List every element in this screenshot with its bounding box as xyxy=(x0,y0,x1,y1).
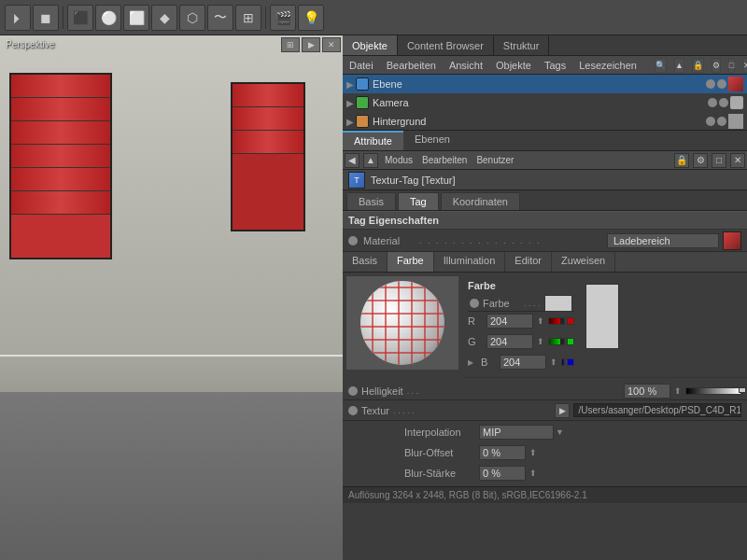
channel-b-value[interactable]: 204 xyxy=(500,355,546,370)
farbe-tab-basis[interactable]: Basis xyxy=(343,252,388,272)
hintergrund-dot-vis[interactable] xyxy=(706,117,715,126)
obj-settings-btn[interactable]: ⚙ xyxy=(712,58,721,73)
obj-expand-btn[interactable]: □ xyxy=(728,58,735,73)
channel-b-prefix: ▶ xyxy=(468,358,481,367)
blur-staerke-value[interactable]: 0 % xyxy=(479,466,526,481)
channel-r-value[interactable]: 204 xyxy=(486,314,533,329)
hell-arrow[interactable]: ⬆ xyxy=(674,386,682,396)
menu-datei[interactable]: Datei xyxy=(346,59,376,72)
farbe-header: Farbe xyxy=(468,280,574,291)
viewport[interactable]: Perspektive ⊞ ▶ ✕ xyxy=(0,35,343,560)
channel-g-arrow[interactable]: ⬆ xyxy=(537,337,544,346)
attr-panel: ◀ ▲ Modus Bearbeiten Benutzer 🔒 ⚙ □ ✕ T … xyxy=(343,151,747,560)
menu-ansicht[interactable]: Ansicht xyxy=(446,59,486,72)
tab-attribut[interactable]: Attribute xyxy=(343,131,403,150)
farbe-tab-illumination[interactable]: Illumination xyxy=(434,252,506,272)
hell-dots: . . . xyxy=(407,386,620,396)
textur-arrow-btn[interactable]: ▶ xyxy=(555,403,570,418)
channel-b-arrow-left[interactable]: ▶ xyxy=(468,358,473,367)
farbe-prop-dots: . . . . xyxy=(524,299,541,308)
material-value[interactable]: Ladebereich xyxy=(607,233,719,248)
vp-btn-2[interactable]: ▶ xyxy=(302,37,320,52)
channel-b-arrow[interactable]: ⬆ xyxy=(550,357,557,367)
blur-staerke-arrow[interactable]: ⬆ xyxy=(529,469,537,478)
tab-objekte[interactable]: Objekte xyxy=(343,35,398,55)
toolbar-icon-camera[interactable]: 🎬 xyxy=(270,5,296,31)
channel-b-row: ▶ B 204 ⬆ xyxy=(468,353,574,371)
channel-r-arrow[interactable]: ⬆ xyxy=(537,316,544,326)
toolbar-icon-stop[interactable]: ◼ xyxy=(33,5,59,31)
status-bar: Auflösung 3264 x 2448, RGB (8 Bit), sRGB… xyxy=(343,486,747,503)
toolbar-icon-spline[interactable]: 〜 xyxy=(207,5,233,31)
garage-floor xyxy=(0,392,343,560)
hintergrund-dot-render[interactable] xyxy=(717,117,726,126)
ebene-dot-vis[interactable] xyxy=(706,79,715,89)
attr-fwd-btn[interactable]: ▲ xyxy=(363,153,378,168)
material-label: Material xyxy=(363,235,419,246)
farbe-tab-farbe[interactable]: Farbe xyxy=(388,252,434,272)
channel-b-fill xyxy=(562,359,563,365)
toolbar-icon-light[interactable]: 💡 xyxy=(298,5,324,31)
hintergrund-icon xyxy=(356,115,369,128)
channel-g-value[interactable]: 204 xyxy=(486,334,533,349)
obj-close-btn[interactable]: ✕ xyxy=(742,58,747,73)
sub-tab-tag[interactable]: Tag xyxy=(398,192,439,210)
obj-row-hintergrund[interactable]: ▶ Hintergrund xyxy=(343,112,747,131)
toolbar-icon-sphere[interactable]: ⚪ xyxy=(95,5,121,31)
vp-btn-3[interactable]: ✕ xyxy=(322,37,341,52)
garage-door-right xyxy=(231,82,305,231)
viewport-toolbar: ⊞ ▶ ✕ xyxy=(281,37,341,52)
door-panel-5 xyxy=(11,168,110,191)
attr-close-btn[interactable]: ✕ xyxy=(730,153,745,168)
farbe-tabs: Basis Farbe Illumination Editor Zuweisen xyxy=(343,252,747,273)
obj-search-btn[interactable]: 🔍 xyxy=(655,58,667,73)
kamera-dot-render[interactable] xyxy=(719,98,728,107)
toolbar-icon-nurbs[interactable]: ⬡ xyxy=(179,5,205,31)
hell-value[interactable]: 100 % xyxy=(624,384,670,399)
farbe-color-swatch-tall[interactable] xyxy=(585,284,619,349)
interpolation-select[interactable]: MIP xyxy=(479,425,554,440)
obj-up-btn[interactable]: ▲ xyxy=(674,58,684,73)
ebene-thumb xyxy=(728,77,743,91)
obj-lock-btn[interactable]: 🔒 xyxy=(692,58,704,73)
attr-lock-btn[interactable]: 🔒 xyxy=(674,153,689,168)
blur-offset-arrow[interactable]: ⬆ xyxy=(529,448,537,457)
door-right-panel-3 xyxy=(233,131,303,154)
kamera-dot-vis[interactable] xyxy=(708,98,717,107)
ebene-dot-render[interactable] xyxy=(717,79,726,89)
toolbar-icon-cube[interactable]: ⬛ xyxy=(67,5,93,31)
interpolation-arrow[interactable]: ▼ xyxy=(556,427,564,437)
vp-btn-1[interactable]: ⊞ xyxy=(281,37,300,52)
attr-bearbeiten-btn[interactable]: Bearbeiten xyxy=(419,154,470,166)
tab-struktur[interactable]: Struktur xyxy=(494,35,550,55)
menu-tags[interactable]: Tags xyxy=(542,59,569,72)
menu-objekte[interactable]: Objekte xyxy=(493,59,534,72)
toolbar-icon-play[interactable]: ⏵ xyxy=(5,5,31,31)
obj-row-ebene[interactable]: ▶ Ebene xyxy=(343,75,747,93)
hell-dot xyxy=(348,386,358,396)
attr-expand-btn[interactable]: □ xyxy=(712,153,726,168)
attr-modus-btn[interactable]: Modus xyxy=(382,154,416,166)
sub-tab-koordinaten[interactable]: Koordinaten xyxy=(441,192,520,210)
kamera-dot-3[interactable] xyxy=(730,96,743,109)
channel-g-endpoint xyxy=(567,338,574,345)
farbe-swatch[interactable] xyxy=(544,295,572,312)
toolbar-icon-cylinder[interactable]: ⬜ xyxy=(123,5,149,31)
attr-benutzer-btn[interactable]: Benutzer xyxy=(473,154,516,166)
attr-back-btn[interactable]: ◀ xyxy=(345,153,359,168)
menu-bearbeiten[interactable]: Bearbeiten xyxy=(384,59,439,72)
farbe-tab-zuweisen[interactable]: Zuweisen xyxy=(552,252,615,272)
textur-path: /Users/asanger/Desktop/PSD_C4D_R14_Kamer… xyxy=(573,403,741,417)
tab-ebenen[interactable]: Ebenen xyxy=(403,131,461,150)
obj-row-kamera[interactable]: ▶ Kamera xyxy=(343,93,747,112)
toolbar-separator-2 xyxy=(265,7,266,29)
attr-settings-btn[interactable]: ⚙ xyxy=(693,153,708,168)
hell-slider-handle[interactable] xyxy=(739,387,746,393)
farbe-tab-editor[interactable]: Editor xyxy=(505,252,552,272)
tab-content-browser[interactable]: Content Browser xyxy=(398,35,494,55)
blur-offset-value[interactable]: 0 % xyxy=(479,445,526,460)
toolbar-icon-deform[interactable]: ⊞ xyxy=(235,5,261,31)
sub-tab-basis[interactable]: Basis xyxy=(346,192,396,210)
toolbar-icon-shape[interactable]: ◆ xyxy=(151,5,177,31)
menu-lesezeichen[interactable]: Lesezeichen xyxy=(576,59,640,72)
